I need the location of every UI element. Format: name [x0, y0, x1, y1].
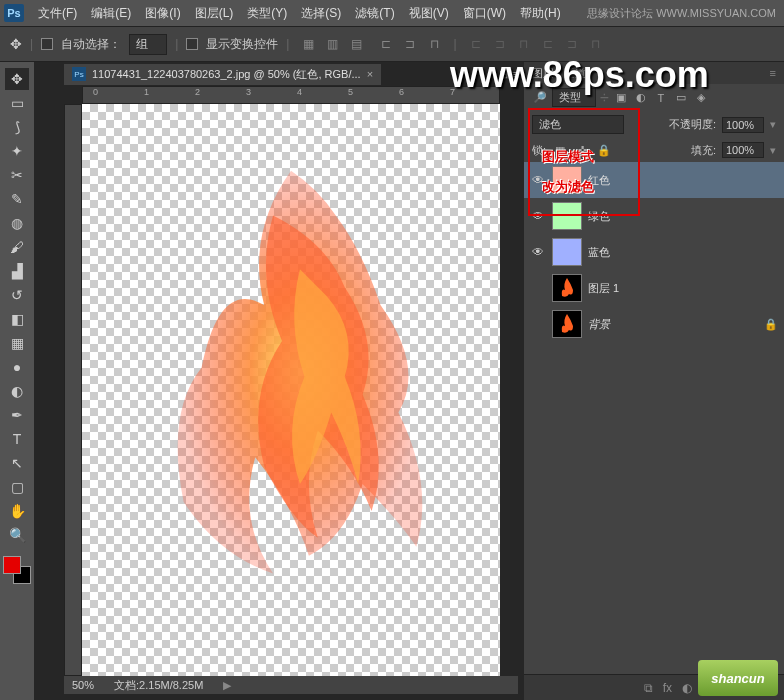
- app-logo: Ps: [4, 4, 24, 22]
- menu-filter[interactable]: 滤镜(T): [355, 5, 394, 22]
- auto-select-label: 自动选择：: [61, 36, 121, 53]
- panel-menu-icon[interactable]: ≡: [770, 67, 776, 79]
- distribute-icon: ⊏: [465, 33, 487, 55]
- opacity-input[interactable]: 100%: [722, 117, 764, 133]
- align-icon[interactable]: ▥: [321, 33, 343, 55]
- close-tab-icon[interactable]: ×: [367, 68, 373, 80]
- layer-name: 背景: [588, 317, 610, 332]
- menu-help[interactable]: 帮助(H): [520, 5, 561, 22]
- ruler-vertical: [64, 104, 82, 676]
- fill-input[interactable]: 100%: [722, 142, 764, 158]
- menu-edit[interactable]: 编辑(E): [91, 5, 131, 22]
- align-right-icon[interactable]: ⊓: [423, 33, 445, 55]
- visibility-icon[interactable]: 👁: [530, 244, 546, 260]
- document-title: 11074431_122403780263_2.jpg @ 50% (红色, R…: [92, 67, 361, 82]
- work-area: Ps 11074431_122403780263_2.jpg @ 50% (红色…: [34, 62, 524, 700]
- layer-thumbnail[interactable]: [552, 202, 582, 230]
- ps-icon: Ps: [72, 67, 86, 81]
- move-tool[interactable]: ✥: [5, 68, 29, 90]
- layer-row[interactable]: 👁蓝色: [524, 234, 784, 270]
- doc-size: 文档:2.15M/8.25M: [114, 678, 203, 693]
- status-bar: 50% 文档:2.15M/8.25M ▶: [64, 676, 518, 694]
- gradient-tool[interactable]: ▦: [5, 332, 29, 354]
- distribute-icon: ⊐: [489, 33, 511, 55]
- shancun-logo: shancun: [698, 660, 778, 696]
- stamp-tool[interactable]: ▟: [5, 260, 29, 282]
- flame-artwork: [112, 144, 470, 592]
- auto-select-dropdown[interactable]: 组: [129, 34, 167, 55]
- layer-name: 蓝色: [588, 245, 610, 260]
- wand-tool[interactable]: ✦: [5, 140, 29, 162]
- layer-name: 图层 1: [588, 281, 619, 296]
- link-layers-icon[interactable]: ⧉: [644, 681, 653, 695]
- document-tab[interactable]: Ps 11074431_122403780263_2.jpg @ 50% (红色…: [64, 64, 381, 85]
- layer-thumbnail[interactable]: [552, 238, 582, 266]
- healing-tool[interactable]: ◍: [5, 212, 29, 234]
- layer-row[interactable]: 👁绿色: [524, 198, 784, 234]
- annotation-mode: 图层模式: [542, 148, 594, 166]
- menu-select[interactable]: 选择(S): [301, 5, 341, 22]
- path-tool[interactable]: ↖: [5, 452, 29, 474]
- blend-mode-dropdown[interactable]: 滤色: [532, 115, 624, 134]
- layer-name: 绿色: [588, 209, 610, 224]
- visibility-icon[interactable]: [530, 316, 546, 332]
- layer-row[interactable]: 图层 1: [524, 270, 784, 306]
- crop-tool[interactable]: ✂: [5, 164, 29, 186]
- show-transform-label: 显示变换控件: [206, 36, 278, 53]
- visibility-icon[interactable]: 👁: [530, 208, 546, 224]
- layer-row[interactable]: 背景🔒: [524, 306, 784, 342]
- forum-label: 思缘设计论坛 WWW.MISSYUAN.COM: [587, 6, 776, 21]
- visibility-icon[interactable]: [530, 280, 546, 296]
- show-transform-checkbox[interactable]: [186, 38, 198, 50]
- ruler-horizontal: 01234567: [82, 86, 500, 104]
- menu-bar: Ps 文件(F) 编辑(E) 图像(I) 图层(L) 类型(Y) 选择(S) 滤…: [0, 0, 784, 26]
- layer-thumbnail[interactable]: [552, 310, 582, 338]
- shape-tool[interactable]: ▢: [5, 476, 29, 498]
- align-center-icon[interactable]: ⊐: [399, 33, 421, 55]
- distribute-icon: ⊓: [585, 33, 607, 55]
- move-tool-icon: ✥: [10, 36, 22, 52]
- pen-tool[interactable]: ✒: [5, 404, 29, 426]
- menu-layer[interactable]: 图层(L): [195, 5, 234, 22]
- history-brush-tool[interactable]: ↺: [5, 284, 29, 306]
- fx-icon[interactable]: fx: [663, 681, 672, 695]
- menu-window[interactable]: 窗口(W): [463, 5, 506, 22]
- lasso-tool[interactable]: ⟆: [5, 116, 29, 138]
- mask-icon[interactable]: ◐: [682, 681, 692, 695]
- toolbox: ✥ ▭ ⟆ ✦ ✂ ✎ ◍ 🖌 ▟ ↺ ◧ ▦ ● ◐ ✒ T ↖ ▢ ✋ 🔍: [0, 62, 34, 700]
- canvas-area: 01234567 50% 文档:2.15M/8.25M ▶: [64, 86, 518, 694]
- blur-tool[interactable]: ●: [5, 356, 29, 378]
- hand-tool[interactable]: ✋: [5, 500, 29, 522]
- menu-file[interactable]: 文件(F): [38, 5, 77, 22]
- dodge-tool[interactable]: ◐: [5, 380, 29, 402]
- fill-label: 填充:: [691, 143, 716, 158]
- distribute-icon: ⊐: [561, 33, 583, 55]
- zoom-tool[interactable]: 🔍: [5, 524, 29, 546]
- eyedropper-tool[interactable]: ✎: [5, 188, 29, 210]
- color-swatch[interactable]: [3, 556, 31, 584]
- menu-type[interactable]: 类型(Y): [247, 5, 287, 22]
- eraser-tool[interactable]: ◧: [5, 308, 29, 330]
- opacity-label: 不透明度:: [669, 117, 716, 132]
- align-left-icon[interactable]: ⊏: [375, 33, 397, 55]
- fg-color[interactable]: [3, 556, 21, 574]
- menu-view[interactable]: 视图(V): [409, 5, 449, 22]
- panels: 图层 通道 ≡ 🔎 类型 ÷ ▣ ◐ T ▭ ◈ 滤色 不透明度: 100% ▾…: [524, 62, 784, 700]
- watermark: www.86ps.com: [450, 54, 709, 96]
- lock-all-icon[interactable]: 🔒: [596, 143, 612, 157]
- menu-image[interactable]: 图像(I): [145, 5, 180, 22]
- annotation-change: 改为滤色: [542, 178, 594, 196]
- align-icon[interactable]: ▦: [297, 33, 319, 55]
- type-tool[interactable]: T: [5, 428, 29, 450]
- brush-tool[interactable]: 🖌: [5, 236, 29, 258]
- layers-list: 👁红色👁绿色👁蓝色图层 1背景🔒: [524, 162, 784, 674]
- lock-icon: 🔒: [764, 318, 778, 331]
- canvas[interactable]: [82, 104, 500, 676]
- layer-thumbnail[interactable]: [552, 274, 582, 302]
- zoom-level[interactable]: 50%: [72, 679, 94, 691]
- align-icon[interactable]: ▤: [345, 33, 367, 55]
- distribute-icon: ⊓: [513, 33, 535, 55]
- distribute-icon: ⊏: [537, 33, 559, 55]
- auto-select-checkbox[interactable]: [41, 38, 53, 50]
- marquee-tool[interactable]: ▭: [5, 92, 29, 114]
